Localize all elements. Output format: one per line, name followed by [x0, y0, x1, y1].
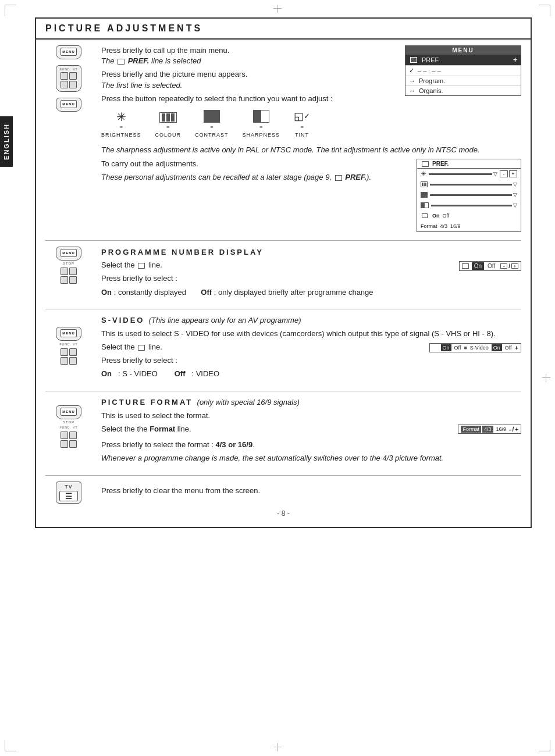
page-number: - 8 - [45, 509, 521, 518]
intro-italic-1: The PREF. line is selected [101, 56, 201, 65]
format-label: Format [461, 426, 481, 433]
off-status: Off [485, 262, 497, 270]
pref-icon [410, 57, 417, 63]
grid-btn-13[interactable] [61, 432, 68, 439]
grid-btn-9[interactable] [61, 348, 68, 356]
svideo-label: S-Video [468, 344, 490, 351]
menu-box: MENU PREF. + ✓ – – : – – → [405, 45, 521, 96]
prog-press: Press briefly to select : [101, 273, 450, 284]
arrow-both-icon: ↔ [409, 87, 415, 94]
svideo-circle-icon [432, 345, 439, 350]
svideo-off: Off [453, 344, 463, 351]
grid-btn-14[interactable] [69, 432, 77, 439]
section-clear-menu: TV ☰ Press briefly to clear the menu fro… [45, 482, 521, 504]
text-col-3: S-VIDEO (This line appears only for an A… [101, 315, 521, 383]
grid-btn-8[interactable] [69, 276, 77, 284]
menu-button-4[interactable]: MENU [61, 329, 77, 337]
grid-btn-6[interactable] [69, 268, 77, 275]
format-status-bar: Format 4/3 16/9 - / + [458, 425, 521, 434]
prog-content: Select the line. Press briefly to select… [101, 260, 521, 301]
title-bar: PICTURE ADJUSTMENTS [36, 19, 531, 40]
tv-remote: TV ☰ [56, 482, 81, 504]
icon-tint: ◱✓ = TINT [294, 110, 310, 138]
grid-btn-3[interactable] [61, 81, 68, 88]
bottom-cross [273, 743, 282, 751]
minus-icon: - [500, 263, 507, 269]
right-cross [542, 374, 550, 382]
svideo-status-bar: On Off ■ S-Video On Off + [429, 343, 521, 352]
adjust-p2: These personal adjustments can be recall… [101, 172, 407, 183]
menu-row-time: ✓ – – : – – [405, 66, 521, 76]
icon-contrast: = CONTRAST [195, 110, 229, 138]
icon-brightness: ✳ = BRIGHTNESS [101, 111, 141, 138]
down-arrow-3: ▽ [513, 192, 517, 198]
pref-format-row: Format 4/3 16/9 [417, 221, 521, 231]
pref-colour-row: ▽ [417, 179, 521, 190]
intro-text: Press briefly to call up the main menu. … [101, 45, 396, 141]
section-picture-adjustments: MENU FUNC. VT [45, 45, 521, 232]
menu-button-5[interactable]: MENU [61, 408, 77, 416]
svideo-text: Select the line. Press briefly to select… [101, 342, 420, 383]
grid-btn-12[interactable] [69, 357, 77, 365]
grid-btn-1[interactable] [61, 72, 68, 80]
adjust-text: To carry out the adjustments. These pers… [101, 159, 407, 186]
menu-button[interactable]: MENU [61, 48, 77, 56]
remote-2: FUNC. VT [56, 65, 81, 92]
tv-label: TV [65, 484, 73, 490]
divider-1 [45, 240, 521, 241]
pref-onoff-row: On Off [417, 211, 521, 221]
pref-box-title: PREF. [417, 159, 521, 169]
text-col-4: PICTURE FORMAT (only with special 16/9 s… [101, 397, 521, 467]
intro-italic-2: The first line is selected. [101, 81, 182, 90]
menu-button-2[interactable]: MENU [61, 100, 77, 108]
text-col-2: PROGRAMME NUMBER DISPLAY Select the line… [101, 247, 521, 301]
section-programme-display: MENU STOP PROGRAMME NUMBER DISPLAY [45, 247, 521, 301]
grid-btn-11[interactable] [61, 357, 68, 365]
svideo-off2: Off [503, 344, 514, 351]
grid-btn-16[interactable] [69, 440, 77, 448]
corner-tr [539, 5, 550, 16]
prog-on-off-desc: On : constantly displayed Off : only dis… [101, 287, 450, 298]
icon-colour: = COLOUR [155, 112, 182, 138]
on-status: On [472, 262, 484, 270]
main-content-box: PICTURE ADJUSTMENTS MENU FUNC. VT [35, 17, 532, 528]
svideo-select-row: Select the line. Press briefly to select… [101, 342, 521, 383]
svideo-press: Press briefly to select : [101, 355, 420, 366]
menu-button-3[interactable]: MENU [61, 249, 77, 257]
remote-3: MENU [56, 98, 81, 112]
grid-btn-7[interactable] [61, 276, 68, 284]
tv-button[interactable]: ☰ [59, 491, 78, 501]
intro-area: Press briefly to call up the main menu. … [101, 45, 521, 141]
svideo-note: (This line appears only for an AV progra… [149, 316, 301, 324]
adjustment-icons: ✳ = BRIGHTNESS [101, 110, 396, 138]
svideo-desc: This is used to select S - VIDEO for use… [101, 329, 521, 339]
grid-btn-5[interactable] [61, 268, 68, 275]
format-auto-note: Whenever a programme change is made, the… [101, 453, 521, 463]
intro-p3: Press the button repeatedly to select th… [101, 94, 396, 104]
grid-btn-15[interactable] [61, 440, 68, 448]
remote-col-5: TV ☰ [45, 482, 92, 504]
divider-4 [45, 475, 521, 476]
adjust-area: To carry out the adjustments. These pers… [101, 159, 521, 232]
icon-sharpness: = SHARPNESS [243, 110, 280, 138]
corner-bl [5, 740, 16, 751]
grid-btn-2[interactable] [69, 72, 77, 80]
format-desc: This is used to select the format. [101, 411, 521, 421]
remote-5: MENU FUNC. VT [56, 327, 81, 365]
grid-btn-4[interactable] [69, 81, 77, 88]
svideo-bar-area: On Off ■ S-Video On Off + [429, 343, 521, 352]
remote-col-1: MENU FUNC. VT [45, 45, 92, 112]
down-arrow-1: ▽ [493, 171, 497, 177]
corner-tl [5, 5, 16, 16]
prog-line-icon [138, 263, 145, 269]
page: ENGLISH PICTURE ADJUSTMENTS MENU [0, 0, 555, 756]
plus-icon: + [511, 263, 518, 269]
clear-menu-text: Press briefly to clear the menu from the… [101, 486, 521, 496]
format-bar-area: Format 4/3 16/9 - / + [458, 424, 521, 434]
pref-brightness-row: ✳ ▽ - + [417, 169, 521, 179]
adjust-p1: To carry out the adjustments. [101, 159, 407, 169]
intro-p1: Press briefly to call up the main menu. … [101, 45, 396, 66]
svideo-select: Select the line. [101, 342, 420, 352]
top-cross [273, 5, 282, 13]
grid-btn-10[interactable] [69, 348, 77, 356]
